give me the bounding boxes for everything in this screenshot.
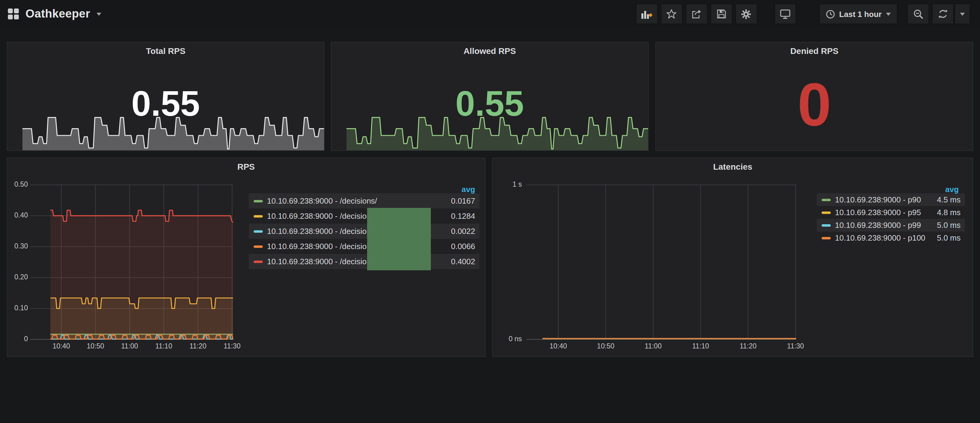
panel-allowed-rps: Allowed RPS 0.55 <box>331 42 649 151</box>
panel-title[interactable]: Allowed RPS <box>331 46 648 56</box>
x-axis-tick-label: 11:00 <box>638 342 669 350</box>
time-range-label: Last 1 hour <box>839 10 882 19</box>
settings-button[interactable] <box>735 4 757 24</box>
save-icon <box>717 9 726 19</box>
y-axis-tick-label: 0.30 <box>7 242 28 250</box>
legend-row[interactable]: 10.10.69.238:9000 - /decisions/0.0022 <box>249 223 479 239</box>
legend-row[interactable]: 10.10.69.238:9000 - p954.8 ms <box>817 206 965 219</box>
legend-avg-header: avg <box>817 185 959 194</box>
settings-gear-icon <box>741 9 751 19</box>
legend-swatch-icon <box>822 224 831 227</box>
zoom-out-icon <box>913 9 923 19</box>
x-axis-tick-label: 10:40 <box>46 342 77 350</box>
save-button[interactable] <box>711 4 732 24</box>
time-picker-button[interactable]: Last 1 hour <box>819 4 897 24</box>
zoom-out-button[interactable] <box>907 4 929 24</box>
legend-swatch-icon <box>254 245 263 247</box>
x-axis-tick-label: 10:40 <box>542 342 574 350</box>
x-axis-tick-label: 11:00 <box>114 342 145 350</box>
x-axis-tick-label: 11:20 <box>732 342 764 350</box>
panel-latencies: Latencies 1 s0 ns10:4010:5011:0011:1011:… <box>492 158 973 357</box>
legend-series-label[interactable]: 10.10.69.238:9000 - p95 <box>835 208 921 217</box>
legend-avg-value: 5.0 ms <box>937 233 961 242</box>
panel-rps: RPS 0.500.400.300.200.10010:4010:5011:00… <box>7 158 485 357</box>
legend-row[interactable]: 10.10.69.238:9000 - p995.0 ms <box>817 219 965 231</box>
x-axis-tick-label: 11:10 <box>148 342 180 350</box>
legend-avg-value: 5.0 ms <box>937 220 961 230</box>
legend-avg-value: 0.1284 <box>451 211 475 220</box>
panel-title[interactable]: Total RPS <box>7 46 324 56</box>
legend-row[interactable]: 10.10.69.238:9000 - /decisions/0.0066 <box>249 239 479 254</box>
legend-avg-value: 0.4002 <box>451 257 475 266</box>
y-axis-tick-label: 0.50 <box>7 181 28 188</box>
denied-rps-value: 0 <box>656 74 973 135</box>
legend-swatch-icon <box>254 215 263 217</box>
x-axis-tick-label: 11:30 <box>780 342 811 350</box>
legend-series-label[interactable]: 10.10.69.238:9000 - p99 <box>835 220 921 230</box>
legend-row[interactable]: 10.10.69.238:9000 - /decisions/0.4002 <box>249 254 479 269</box>
legend-row[interactable]: 10.10.69.238:9000 - p904.5 ms <box>817 193 965 206</box>
legend-row[interactable]: 10.10.69.238:9000 - /decisions/0.1284 <box>249 209 479 223</box>
legend-series-label[interactable]: 10.10.69.238:9000 - p90 <box>835 195 921 204</box>
refresh-interval-button[interactable] <box>955 4 970 24</box>
allowed-rps-value: 0.55 <box>331 86 648 121</box>
legend-avg-header: avg <box>249 185 475 194</box>
legend-series-label[interactable]: 10.10.69.238:9000 - /decisions/ <box>267 242 377 251</box>
x-axis-tick-label: 11:20 <box>182 342 213 350</box>
y-axis-tick-label: 0 <box>7 335 28 342</box>
legend-swatch-icon <box>254 260 263 263</box>
y-axis-tick-label: 1 s <box>493 181 522 188</box>
monitor-icon <box>780 9 791 19</box>
cycle-view-button[interactable] <box>774 4 796 24</box>
grafana-dashboard: Oathkeeper <box>0 0 980 423</box>
legend-avg-value: 4.8 ms <box>937 208 961 217</box>
green-overlay-artifact <box>367 208 431 270</box>
legend-series-label[interactable]: 10.10.69.238:9000 - /decisions/ <box>267 227 377 236</box>
legend-avg-value: 0.0167 <box>451 196 475 206</box>
y-axis-tick-label: 0.10 <box>7 304 28 312</box>
x-axis-tick-label: 11:30 <box>216 342 248 350</box>
legend-swatch-icon <box>822 237 831 239</box>
x-axis-tick-label: 10:50 <box>590 342 621 350</box>
panel-title[interactable]: Denied RPS <box>656 46 973 56</box>
clock-icon <box>826 10 835 19</box>
legend-swatch-icon <box>822 211 831 214</box>
add-panel-icon <box>641 9 652 19</box>
x-axis-tick-label: 11:10 <box>685 342 716 350</box>
dashboards-grid-icon[interactable] <box>7 8 19 20</box>
add-panel-button[interactable] <box>636 4 658 24</box>
share-button[interactable] <box>686 4 708 24</box>
refresh-icon <box>938 9 948 19</box>
x-axis-tick-label: 10:50 <box>80 342 111 350</box>
legend-avg-value: 0.0022 <box>451 227 475 236</box>
legend-swatch-icon <box>254 230 263 233</box>
legend-row[interactable]: 10.10.69.238:9000 - /decisions/0.0167 <box>249 193 479 209</box>
star-icon <box>667 9 677 19</box>
y-axis-tick-label: 0.20 <box>7 273 28 280</box>
dashboard-caret-down-icon[interactable] <box>96 13 101 16</box>
legend-swatch-icon <box>254 200 263 202</box>
share-icon <box>692 9 702 19</box>
legend-row[interactable]: 10.10.69.238:9000 - p1005.0 ms <box>817 231 965 244</box>
refresh-caret-down-icon <box>960 13 965 16</box>
top-nav: Oathkeeper <box>0 0 980 28</box>
dashboard-title[interactable]: Oathkeeper <box>25 7 90 21</box>
panel-total-rps: Total RPS 0.55 <box>7 42 325 151</box>
refresh-button[interactable] <box>932 4 954 24</box>
panel-denied-rps: Denied RPS 0 <box>655 42 973 151</box>
legend-swatch-icon <box>822 198 831 201</box>
star-button[interactable] <box>661 4 682 24</box>
y-axis-tick-label: 0.40 <box>7 211 28 219</box>
y-axis-tick-label: 0 ns <box>493 335 522 342</box>
legend-series-label[interactable]: 10.10.69.238:9000 - /decisions/ <box>267 196 377 206</box>
legend-series-label[interactable]: 10.10.69.238:9000 - /decisions/ <box>267 257 377 266</box>
legend-avg-value: 4.5 ms <box>937 195 961 204</box>
legend-avg-value: 0.0066 <box>451 242 475 251</box>
legend-series-label[interactable]: 10.10.69.238:9000 - p100 <box>835 233 925 242</box>
total-rps-value: 0.55 <box>7 86 324 121</box>
time-caret-down-icon <box>886 13 891 16</box>
legend-series-label[interactable]: 10.10.69.238:9000 - /decisions/ <box>267 211 377 220</box>
